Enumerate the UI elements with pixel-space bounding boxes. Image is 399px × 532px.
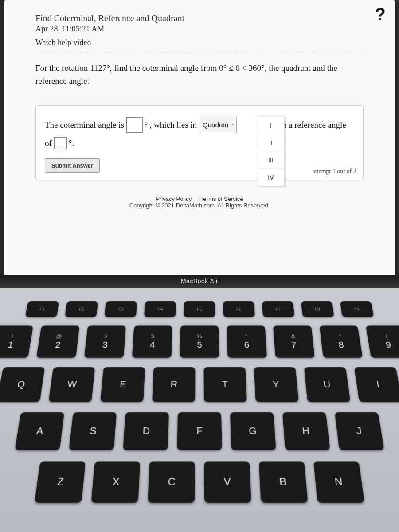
qwerty-row-1: QWERTYUI bbox=[0, 367, 399, 402]
key-f6: F6 bbox=[223, 301, 255, 317]
key-f8: F8 bbox=[301, 301, 334, 317]
key-d: D bbox=[123, 412, 169, 450]
fn-row: F1F2F3F4F5F6F7F8F9 bbox=[0, 301, 399, 317]
terms-link[interactable]: Terms of Service bbox=[200, 196, 243, 202]
key-q: Q bbox=[0, 367, 45, 402]
key-a: A bbox=[15, 412, 64, 450]
key-z: Z bbox=[35, 461, 86, 503]
degree-symbol-1: ° bbox=[145, 117, 148, 133]
key-f9: F9 bbox=[340, 301, 374, 317]
key-s: S bbox=[69, 412, 117, 450]
key-i: I bbox=[354, 367, 399, 402]
help-icon[interactable]: ? bbox=[375, 4, 386, 24]
key-5: %5 bbox=[180, 325, 219, 357]
key-r: R bbox=[152, 367, 195, 402]
key-n: N bbox=[313, 461, 364, 503]
reference-input[interactable] bbox=[54, 137, 67, 149]
q-range: 0° ≤ θ < 360° bbox=[219, 63, 264, 73]
key-u: U bbox=[304, 367, 351, 402]
key-b: B bbox=[259, 461, 308, 503]
key-x: X bbox=[91, 461, 140, 503]
page-title: Find Coterminal, Reference and Quadrant bbox=[35, 13, 364, 23]
label-lies-in: , which lies in bbox=[149, 117, 197, 133]
qwerty-row-2: ASDFGHJ bbox=[0, 412, 399, 450]
key-j: J bbox=[335, 412, 384, 450]
question-text: For the rotation 1127°, find the cotermi… bbox=[35, 62, 364, 87]
divider bbox=[35, 53, 364, 53]
quadrant-select[interactable]: Quadran bbox=[199, 117, 237, 133]
key-2: @2 bbox=[36, 325, 79, 357]
timestamp: Apr 28, 11:05:21 AM bbox=[35, 24, 364, 34]
key-g: G bbox=[230, 412, 276, 450]
key-1: !1 bbox=[0, 325, 33, 357]
key-3: #3 bbox=[84, 325, 126, 357]
key-h: H bbox=[282, 412, 330, 450]
key-f5: F5 bbox=[184, 301, 215, 317]
watch-video-link[interactable]: Watch help video bbox=[35, 38, 91, 47]
key-w: W bbox=[48, 367, 95, 402]
key-e: E bbox=[100, 367, 145, 402]
privacy-link[interactable]: Privacy Policy bbox=[156, 196, 192, 202]
quadrant-dropdown[interactable]: I II III IV bbox=[258, 117, 284, 186]
key-f: F bbox=[177, 412, 222, 450]
number-row: !1@2#3$4%5^6&7*8(9 bbox=[0, 325, 399, 357]
copyright: Copyright © 2021 DeltaMath.com. All Righ… bbox=[35, 202, 364, 209]
answer-panel: The coterminal angle is ° , which lies i… bbox=[35, 105, 364, 180]
key-t: T bbox=[204, 367, 247, 402]
option-iii[interactable]: III bbox=[258, 152, 284, 169]
key-9: (9 bbox=[366, 325, 399, 357]
label-of: of bbox=[45, 138, 52, 148]
answer-line-2: of °. bbox=[45, 137, 354, 149]
option-ii[interactable]: II bbox=[258, 134, 284, 152]
key-7: &7 bbox=[273, 325, 315, 357]
key-f3: F3 bbox=[105, 301, 137, 317]
qwerty-row-3: ZXCVBN bbox=[0, 461, 399, 503]
laptop-hinge: MacBook Air bbox=[0, 275, 399, 288]
key-f1: F1 bbox=[25, 301, 59, 317]
answer-line-1: The coterminal angle is ° , which lies i… bbox=[45, 117, 354, 133]
label-coterminal: The coterminal angle is bbox=[45, 117, 124, 133]
key-v: V bbox=[204, 461, 251, 503]
device-label: MacBook Air bbox=[0, 278, 399, 285]
coterminal-input[interactable] bbox=[126, 117, 143, 133]
key-f4: F4 bbox=[144, 301, 176, 317]
key-8: *8 bbox=[319, 325, 362, 357]
q-mid: , find the coterminal angle from bbox=[110, 63, 219, 73]
degree-symbol-2: °. bbox=[69, 138, 74, 148]
key-4: $4 bbox=[132, 325, 172, 357]
key-y: Y bbox=[254, 367, 299, 402]
option-iv[interactable]: IV bbox=[258, 169, 284, 186]
key-f2: F2 bbox=[65, 301, 98, 317]
attempt-counter: attempt 1 out of 2 bbox=[312, 168, 356, 175]
key-6: ^6 bbox=[227, 325, 267, 357]
key-f7: F7 bbox=[262, 301, 294, 317]
page-footer: Privacy Policy Terms of Service Copyrigh… bbox=[35, 196, 364, 209]
key-c: C bbox=[148, 461, 195, 503]
option-i[interactable]: I bbox=[258, 117, 284, 134]
physical-keyboard: F1F2F3F4F5F6F7F8F9 !1@2#3$4%5^6&7*8(9 QW… bbox=[0, 288, 399, 532]
q-angle: 1127° bbox=[90, 63, 110, 73]
screen-content: ? Find Coterminal, Reference and Quadran… bbox=[4, 0, 395, 275]
q-prefix: For the rotation bbox=[35, 63, 90, 73]
submit-button[interactable]: Submit Answer bbox=[45, 158, 100, 173]
